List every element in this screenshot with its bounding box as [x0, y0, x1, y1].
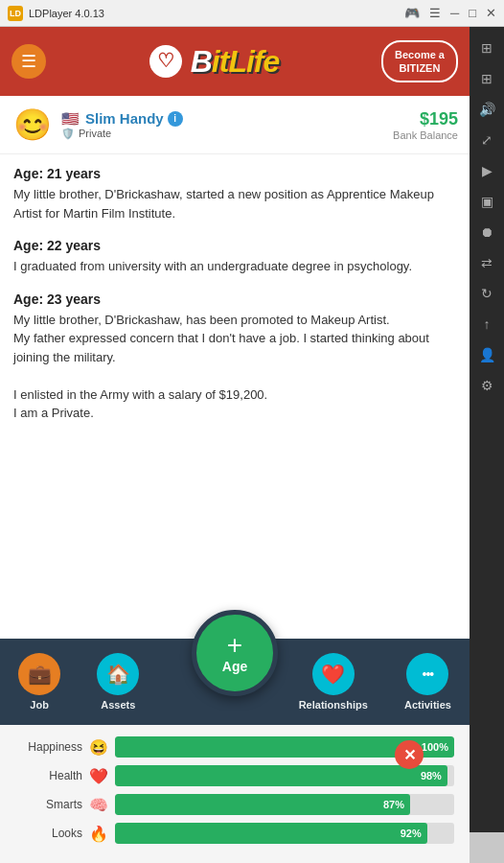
gamepad-icon[interactable]: 🎮 [404, 6, 420, 20]
side-flip-icon[interactable]: ⇄ [473, 249, 500, 276]
age-title-23: Age: 23 years [13, 292, 456, 307]
side-play-icon[interactable]: ▶ [473, 157, 500, 184]
title-bar: LD LDPlayer 4.0.13 🎮 ☰ ─ □ ✕ [0, 0, 504, 27]
age-text-23: My little brother, D'Brickashaw, has bee… [13, 311, 456, 423]
age-btn-container: + Age [192, 610, 278, 696]
profile-info: 🇺🇸 Slim Handy i 🛡️ Private [61, 110, 183, 140]
menu-button[interactable]: ☰ [11, 44, 46, 79]
close-red-button[interactable]: ✕ [395, 740, 424, 769]
health-bar-bg: 98% [115, 765, 454, 786]
stat-smarts: Smarts 🧠 87% [15, 794, 454, 815]
assets-label: Assets [101, 699, 135, 711]
side-home-icon[interactable]: ⊞ [473, 35, 500, 61]
happiness-label: Happiness [15, 740, 82, 754]
looks-label: Looks [15, 827, 82, 840]
info-icon[interactable]: i [168, 111, 183, 127]
age-title-21: Age: 21 years [13, 166, 456, 181]
bitizen-button[interactable]: Become a BITIZEN [381, 40, 458, 83]
nav-job[interactable]: 💼 Job [18, 653, 60, 711]
looks-bar-bg: 92% [115, 823, 454, 844]
nav-assets[interactable]: 🏠 Assets [97, 653, 139, 711]
side-record-icon[interactable]: ⏺ [473, 219, 500, 245]
app-title: LDPlayer 4.0.13 [29, 8, 104, 19]
title-bar-left: LD LDPlayer 4.0.13 [8, 6, 104, 21]
maximize-icon[interactable]: □ [469, 6, 476, 20]
stat-looks: Looks 🔥 92% [15, 823, 454, 844]
hamburger-icon: ☰ [21, 53, 36, 70]
side-rotate-icon[interactable]: ↻ [473, 280, 500, 307]
age-entry-22: Age: 22 years I graduated from universit… [13, 238, 456, 276]
looks-bar-fill: 92% [115, 823, 427, 844]
health-label: Health [15, 769, 82, 782]
assets-icon: 🏠 [106, 663, 130, 686]
age-button[interactable]: + Age [192, 610, 278, 696]
smarts-icon: 🧠 [88, 796, 109, 814]
shield-icon: 🛡️ [61, 128, 75, 140]
job-icon: 💼 [28, 663, 52, 686]
looks-icon: 🔥 [88, 825, 109, 843]
activities-icon-circle: ••• [406, 653, 448, 695]
scroll-content[interactable]: Age: 21 years My little brother, D'Brick… [0, 154, 470, 639]
relationships-label: Relationships [299, 699, 368, 711]
app-logo: LD [8, 6, 23, 21]
stat-health: Health ❤️ 98% [15, 765, 454, 786]
side-toolbar: ⊞ ⊞ 🔊 ⤢ ▶ ▣ ⏺ ⇄ ↻ ↑ 👤 ⚙ [470, 27, 504, 832]
side-people-icon[interactable]: 👤 [473, 341, 500, 368]
side-share-icon[interactable]: ↑ [473, 311, 500, 338]
side-volume-icon[interactable]: 🔊 [473, 96, 500, 123]
balance-label: Bank Balance [393, 129, 458, 141]
activities-label: Activities [404, 699, 451, 711]
nav-relationships[interactable]: ❤️ Relationships [299, 653, 368, 711]
logo: ♡ BitLife [149, 44, 280, 80]
header: ☰ ♡ BitLife Become a BITIZEN [0, 27, 470, 96]
title-bar-controls: 🎮 ☰ ─ □ ✕ [404, 6, 496, 20]
happiness-value: 100% [422, 741, 448, 753]
side-screen-icon[interactable]: ▣ [473, 188, 500, 215]
age-entry-23: Age: 23 years My little brother, D'Brick… [13, 292, 456, 423]
side-expand-icon[interactable]: ⤢ [473, 127, 500, 153]
health-bar-fill: 98% [115, 765, 447, 786]
minimize-icon[interactable]: ─ [450, 6, 459, 20]
smarts-bar-fill: 87% [115, 794, 410, 815]
close-icon[interactable]: ✕ [486, 6, 496, 20]
app-area: ☰ ♡ BitLife Become a BITIZEN 😊 🇺🇸 Slim H… [0, 27, 470, 863]
age-text-22: I graduated from university with an unde… [13, 257, 456, 276]
profile-rank: 🛡️ Private [61, 128, 183, 140]
activities-icon: ••• [423, 666, 434, 682]
smarts-value: 87% [383, 799, 404, 810]
side-apps-icon[interactable]: ⊞ [473, 65, 500, 92]
profile-left: 😊 🇺🇸 Slim Handy i 🛡️ Private [11, 104, 183, 146]
profile-name: 🇺🇸 Slim Handy i [61, 110, 183, 128]
happiness-icon: 😆 [88, 738, 109, 757]
age-entry-21: Age: 21 years My little brother, D'Brick… [13, 166, 456, 222]
health-value: 98% [421, 770, 442, 781]
relationships-icon: ❤️ [321, 663, 345, 686]
profile-right: $195 Bank Balance [393, 109, 458, 141]
age-label: Age [222, 659, 247, 674]
avatar: 😊 [11, 104, 54, 146]
age-title-22: Age: 22 years [13, 238, 456, 253]
plus-icon: + [227, 632, 242, 659]
looks-value: 92% [401, 828, 422, 839]
job-icon-circle: 💼 [18, 653, 60, 695]
app-name: BitLife [191, 44, 280, 80]
age-text-21: My little brother, D'Brickashaw, started… [13, 185, 456, 222]
side-settings-icon[interactable]: ⚙ [473, 372, 500, 399]
bitlife-logo-icon: ♡ [149, 44, 183, 79]
bottom-nav: + Age 💼 Job 🏠 Assets ❤️ Relationships [0, 639, 470, 725]
svg-text:♡: ♡ [157, 50, 174, 71]
assets-icon-circle: 🏠 [97, 653, 139, 695]
menu-icon[interactable]: ☰ [429, 6, 441, 20]
smarts-bar-bg: 87% [115, 794, 454, 815]
profile-bar: 😊 🇺🇸 Slim Handy i 🛡️ Private $195 Bank B… [0, 96, 470, 154]
relationships-icon-circle: ❤️ [312, 653, 355, 695]
smarts-label: Smarts [15, 798, 82, 811]
job-label: Job [30, 699, 49, 711]
flag-icon: 🇺🇸 [61, 110, 80, 128]
stat-happiness: Happiness 😆 100% [15, 736, 454, 758]
balance-amount: $195 [393, 109, 458, 129]
nav-activities[interactable]: ••• Activities [404, 653, 451, 711]
health-icon: ❤️ [88, 767, 109, 785]
